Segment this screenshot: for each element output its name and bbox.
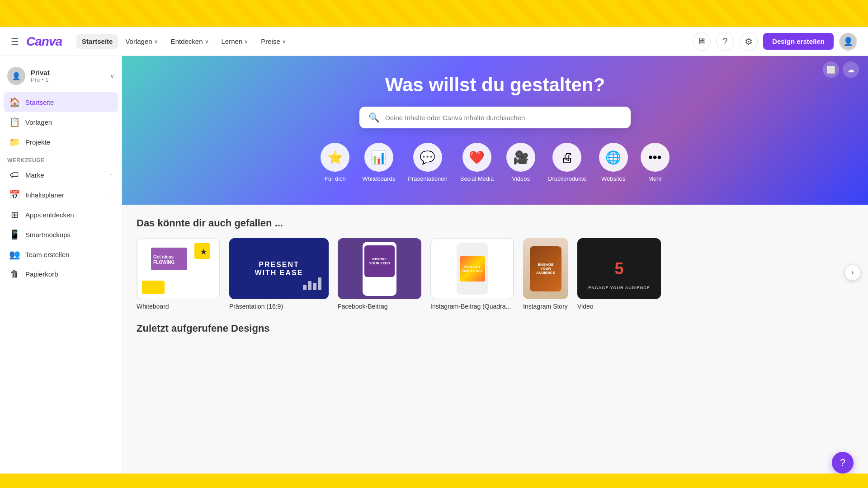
fb-phone-screen: INSPIREYOUR FEED: [364, 245, 395, 277]
profile-avatar: 👤: [7, 67, 25, 85]
profile-section[interactable]: 👤 Privat Pro • 1 ∨: [0, 63, 122, 92]
sidebar: 👤 Privat Pro • 1 ∨ 🏠 Startseite 📋 Vorlag…: [0, 56, 122, 488]
card-thumb-facebook: INSPIREYOUR FEED: [338, 238, 421, 299]
sidebar-item-papierkorb[interactable]: 🗑 Papierkorb: [4, 264, 118, 284]
template-icon: 📋: [9, 117, 20, 127]
sidebar-section-werkzeuge: Werkzeuge: [0, 152, 122, 165]
vid-number: 5: [614, 259, 623, 278]
recommendations-title: Das könnte dir auch gefallen ...: [137, 217, 854, 229]
chevron-down-icon: ∨: [244, 38, 248, 45]
card-facebook[interactable]: INSPIREYOUR FEED Facebook-Beitrag: [338, 238, 421, 310]
crop-icon[interactable]: ⬜: [823, 61, 839, 78]
bottom-bar: [0, 474, 868, 488]
recommendations-section: Das könnte dir auch gefallen ... Get ide…: [122, 205, 868, 323]
nav-startseite[interactable]: Startseite: [76, 34, 118, 49]
wb-text: Get ideasFLOWING: [153, 254, 175, 265]
settings-icon[interactable]: ⚙: [740, 33, 758, 51]
iq-visual: PERFECTYOUR POST: [431, 238, 514, 299]
sidebar-tools-nav: 🏷 Marke ↑ 📅 Inhaltsplaner ↑ ⊞ Apps entde…: [0, 165, 122, 264]
iq-inner: PERFECTYOUR POST: [460, 256, 485, 282]
user-avatar[interactable]: 👤: [839, 33, 857, 51]
brand-icon: 🏷: [9, 170, 20, 180]
profile-sub: Pro • 1: [31, 76, 104, 83]
chevron-down-icon: ∨: [205, 38, 209, 45]
sidebar-item-inhaltsplaner[interactable]: 📅 Inhaltsplaner ↑: [4, 185, 118, 205]
team-icon: 👥: [9, 249, 20, 260]
category-druckprodukte[interactable]: 🖨 Druckprodukte: [548, 143, 586, 182]
is-inner: ENGAGEYOURAUDIENCE: [530, 246, 561, 291]
praesentationen-icon: 💬: [413, 143, 442, 172]
social-media-icon: ❤️: [462, 143, 491, 172]
recent-designs-title: Zuletzt aufgerufene Designs: [137, 323, 854, 334]
hero-actions: ⬜ ☁: [823, 61, 859, 78]
create-design-button[interactable]: Design erstellen: [763, 33, 834, 50]
sidebar-item-smartmockups[interactable]: 📱 Smartmockups: [4, 225, 118, 244]
search-icon: 🔍: [368, 112, 380, 123]
chevron-down-icon: ∨: [282, 38, 286, 45]
badge-marke: ↑: [109, 172, 113, 179]
help-button[interactable]: ?: [832, 452, 854, 474]
logo[interactable]: Canva: [26, 34, 62, 49]
sidebar-item-startseite[interactable]: 🏠 Startseite: [4, 92, 118, 112]
badge-inhaltsplaner: ↑: [109, 191, 113, 198]
trash-icon: 🗑: [9, 269, 20, 279]
nav-lernen[interactable]: Lernen ∨: [216, 34, 254, 49]
sidebar-item-vorlagen[interactable]: 📋 Vorlagen: [4, 112, 118, 132]
druckprodukte-icon: 🖨: [552, 143, 581, 172]
sidebar-item-apps[interactable]: ⊞ Apps entdecken: [4, 205, 118, 225]
whiteboards-icon: 📊: [364, 143, 393, 172]
upload-icon[interactable]: ☁: [843, 61, 859, 78]
card-label-video: Video: [577, 303, 661, 310]
iq-phone: PERFECTYOUR POST: [457, 243, 488, 295]
presentation-preview: PRESENTWITH EASE: [229, 238, 329, 299]
chevron-down-icon: ∨: [110, 72, 114, 80]
card-label-whiteboard: Whiteboard: [137, 303, 220, 310]
hamburger-menu[interactable]: ☰: [11, 36, 19, 47]
presentation-bars: [303, 277, 321, 290]
card-presentation[interactable]: PRESENTWITH EASE Präsentation (16:9): [229, 238, 329, 310]
main-layout: 👤 Privat Pro • 1 ∨ 🏠 Startseite 📋 Vorlag…: [0, 56, 868, 488]
sidebar-item-projekte[interactable]: 📁 Projekte: [4, 132, 118, 152]
category-whiteboards[interactable]: 📊 Whiteboards: [362, 143, 395, 182]
sidebar-item-marke[interactable]: 🏷 Marke ↑: [4, 165, 118, 185]
category-fuer-dich[interactable]: ⭐ Für dich: [321, 143, 349, 182]
category-social-media[interactable]: ❤️ Social Media: [460, 143, 494, 182]
wb-star-icon: ★: [200, 248, 207, 256]
nav-vorlagen[interactable]: Vorlagen ∨: [120, 34, 163, 49]
help-icon[interactable]: ?: [716, 33, 734, 51]
hero-section: ⬜ ☁ Was willst du gestalten? 🔍 ⭐ Für dic…: [122, 56, 868, 205]
nav-entdecken[interactable]: Entdecken ∨: [165, 34, 214, 49]
chevron-down-icon: ∨: [154, 38, 158, 45]
header-left: ☰ Canva Startseite Vorlagen ∨ Entdecken …: [11, 34, 292, 49]
wb-yellow-rect: [142, 281, 165, 294]
is-visual: ENGAGEYOURAUDIENCE: [523, 238, 568, 299]
logo-text: Canva: [26, 34, 62, 49]
sidebar-bottom-nav: 🗑 Papierkorb: [0, 264, 122, 284]
hero-title: Was willst du gestalten?: [385, 74, 605, 96]
monitor-icon[interactable]: 🖥: [693, 33, 711, 51]
main-nav: Startseite Vorlagen ∨ Entdecken ∨ Lernen…: [76, 34, 292, 49]
folder-icon: 📁: [9, 136, 20, 147]
nav-preise[interactable]: Preise ∨: [255, 34, 292, 49]
vid-visual: 5 ENGAGE YOUR AUDIENCE: [577, 238, 661, 299]
vid-text-sm: ENGAGE YOUR AUDIENCE: [588, 286, 650, 290]
sidebar-item-team[interactable]: 👥 Team erstellen: [4, 244, 118, 264]
card-instagram-quadra[interactable]: PERFECTYOUR POST Instagram-Beitrag (Quad…: [430, 238, 514, 310]
card-video[interactable]: 5 ENGAGE YOUR AUDIENCE Video: [577, 238, 661, 310]
search-input[interactable]: [385, 114, 622, 122]
carousel-next-button[interactable]: ›: [844, 264, 861, 281]
main-content: ⬜ ☁ Was willst du gestalten? 🔍 ⭐ Für dic…: [122, 56, 868, 488]
search-bar[interactable]: 🔍: [359, 107, 631, 128]
category-websites[interactable]: 🌐 Websites: [599, 143, 628, 182]
category-mehr[interactable]: ••• Mehr: [641, 143, 670, 182]
profile-info: Privat Pro • 1: [31, 69, 104, 83]
card-whiteboard[interactable]: Get ideasFLOWING ★ Whiteboard: [137, 238, 220, 310]
card-instagram-story[interactable]: ENGAGEYOURAUDIENCE Instagram Story: [523, 238, 568, 310]
mockup-icon: 📱: [9, 229, 20, 240]
category-praesentationen[interactable]: 💬 Präsentationen: [408, 143, 447, 182]
card-label-presentation: Präsentation (16:9): [229, 303, 329, 310]
card-thumb-presentation: PRESENTWITH EASE: [229, 238, 329, 299]
cards-row: Get ideasFLOWING ★ Whiteboard PRESENTWIT…: [137, 238, 854, 310]
mehr-icon: •••: [641, 143, 670, 172]
category-videos[interactable]: 🎥 Videos: [506, 143, 535, 182]
